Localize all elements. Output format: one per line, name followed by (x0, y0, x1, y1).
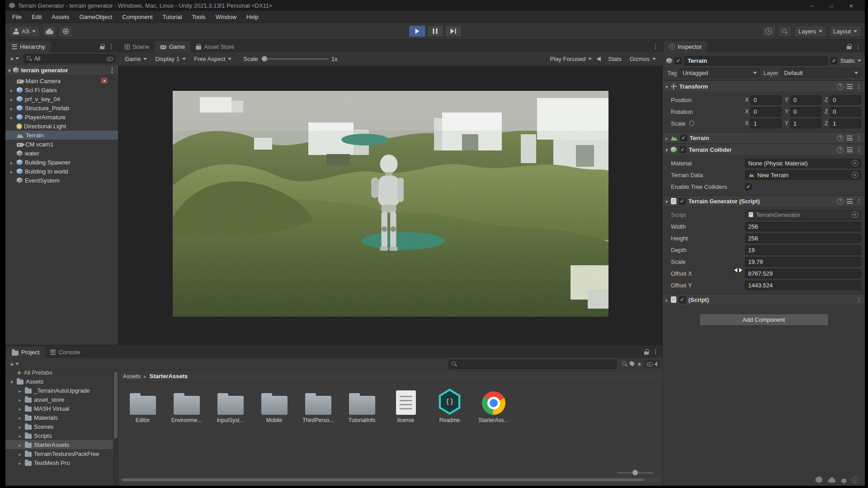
project-item[interactable]: Editor (121, 385, 164, 423)
scene-header-row[interactable]: terrain generator (5, 65, 118, 75)
scale-x-field[interactable]: 1 (750, 119, 782, 128)
lock-icon[interactable] (100, 46, 104, 49)
tree-scrollbar-thumb[interactable] (114, 371, 118, 438)
aspect-dropdown[interactable]: Free Aspect (191, 55, 234, 63)
component-enabled-checkbox[interactable] (679, 198, 686, 205)
component-menu-icon[interactable] (856, 296, 862, 303)
search-filter-icon[interactable] (107, 57, 113, 61)
panel-menu-icon[interactable] (108, 43, 114, 50)
hierarchy-item-selected[interactable]: Terrain (5, 131, 118, 140)
foldout-closed-icon[interactable] (19, 450, 21, 457)
tree-item[interactable]: asset_store (5, 395, 118, 404)
tag-dropdown[interactable]: Untagged (679, 68, 760, 77)
favorites-all-prefabs[interactable]: All Prefabs (5, 371, 118, 377)
terrain-data-object-field[interactable]: New Terrain (745, 170, 861, 180)
position-z-field[interactable]: 0 (830, 95, 861, 105)
menu-edit[interactable]: Edit (27, 11, 47, 23)
tree-item[interactable]: MASH Virtual (5, 404, 118, 413)
status-cube-icon[interactable] (816, 476, 822, 483)
menu-help[interactable]: Help (241, 11, 264, 23)
pause-button[interactable] (427, 25, 443, 37)
constrain-proportions-icon[interactable] (689, 121, 694, 126)
generator-scale-field[interactable]: 19.79 (745, 257, 861, 267)
hierarchy-item[interactable]: Building In world (5, 167, 118, 176)
breadcrumb-root[interactable]: Assets (123, 373, 141, 380)
panel-menu-icon[interactable] (652, 348, 659, 355)
foldout-closed-icon[interactable] (19, 396, 21, 403)
scale-y-field[interactable]: 1 (790, 119, 821, 128)
add-component-button[interactable]: Add Component (699, 314, 829, 326)
offset-x-field[interactable]: 8767.529 (745, 269, 861, 278)
tab-asset-store[interactable]: Asset Store (190, 41, 240, 52)
component-menu-icon[interactable] (856, 135, 862, 141)
foldout-closed-icon[interactable] (19, 460, 21, 466)
project-item[interactable]: Readme (428, 385, 471, 423)
project-item[interactable]: ThirdPerso... (297, 385, 340, 423)
terrain-component-header[interactable]: Terrain (663, 132, 865, 144)
status-cloud-icon[interactable] (828, 479, 835, 483)
lock-icon[interactable] (644, 352, 649, 355)
width-field[interactable]: 256 (745, 222, 861, 231)
scene-menu-icon[interactable] (109, 67, 115, 74)
foldout-closed-icon[interactable] (10, 105, 13, 112)
help-icon[interactable] (837, 198, 844, 205)
foldout-closed-icon[interactable] (19, 432, 21, 439)
foldout-open-icon[interactable] (8, 67, 11, 74)
foldout-closed-icon[interactable] (10, 168, 13, 175)
script-object-field[interactable]: TerrainGenerator (745, 210, 861, 220)
foldout-closed-icon[interactable] (10, 159, 13, 166)
cloud-services-button[interactable] (42, 26, 56, 37)
static-checkbox[interactable] (830, 57, 837, 64)
hierarchy-search-input[interactable] (34, 56, 104, 62)
rotation-x-field[interactable]: 0 (750, 107, 782, 117)
project-item[interactable]: InputSyst... (209, 385, 252, 423)
foldout-open-icon[interactable] (665, 83, 668, 90)
terrain-collider-header[interactable]: Terrain Collider (663, 144, 865, 155)
tab-project[interactable]: Project (6, 347, 45, 358)
project-item[interactable]: Environme... (165, 385, 208, 423)
panel-menu-icon[interactable] (855, 43, 861, 50)
presets-icon[interactable] (847, 84, 853, 89)
menu-window[interactable]: Window (211, 11, 241, 23)
foldout-closed-icon[interactable] (19, 423, 21, 430)
menu-component[interactable]: Component (117, 11, 157, 23)
foldout-closed-icon[interactable] (19, 387, 21, 394)
project-item[interactable]: TutorialInfo (340, 385, 383, 423)
close-button[interactable] (841, 0, 861, 11)
account-button[interactable]: AS (9, 26, 40, 37)
menu-tools[interactable]: Tools (187, 11, 210, 23)
hidden-packages-toggle[interactable]: 4 (644, 360, 660, 368)
horizontal-scrollbar[interactable] (121, 478, 660, 482)
project-search[interactable] (448, 360, 617, 369)
horizontal-scrollbar-thumb[interactable] (122, 479, 644, 481)
menu-assets[interactable]: Assets (47, 11, 74, 23)
foldout-closed-icon[interactable] (665, 296, 668, 303)
help-icon[interactable] (837, 83, 844, 90)
active-checkbox[interactable] (675, 57, 682, 64)
project-item[interactable]: Mobile (253, 385, 296, 423)
layer-dropdown[interactable]: Default (781, 68, 861, 77)
play-focused-dropdown[interactable]: Play Focused (547, 55, 595, 63)
mute-audio-icon[interactable] (597, 56, 603, 62)
tree-item[interactable]: Materials (5, 413, 118, 422)
tab-inspector[interactable]: Inspector (664, 41, 707, 52)
missing-script-header[interactable]: (Script) (663, 294, 865, 305)
position-y-field[interactable]: 0 (790, 95, 821, 105)
tree-item[interactable]: TerrainTexturesPackFree (5, 449, 118, 458)
foldout-open-icon[interactable] (665, 146, 668, 153)
scale-slider[interactable] (261, 58, 329, 60)
icon-size-slider[interactable] (617, 472, 653, 474)
stats-button[interactable]: Stats (605, 55, 624, 63)
material-object-field[interactable]: None (Physic Material) (745, 159, 861, 168)
component-enabled-checkbox[interactable] (680, 135, 687, 141)
object-picker-icon[interactable] (852, 160, 858, 166)
layers-dropdown[interactable]: Layers (794, 26, 826, 37)
game-view[interactable] (118, 66, 662, 345)
gameobject-name-field[interactable]: Terrain (684, 56, 828, 66)
rotation-z-field[interactable]: 0 (830, 107, 861, 117)
terrain-generator-header[interactable]: Terrain Generator (Script) (663, 195, 865, 207)
hierarchy-item[interactable]: water (5, 149, 118, 158)
project-item[interactable]: license (384, 385, 427, 423)
tab-scene[interactable]: Scene (119, 41, 155, 52)
hierarchy-item[interactable]: Structure_Prefab (5, 103, 118, 113)
